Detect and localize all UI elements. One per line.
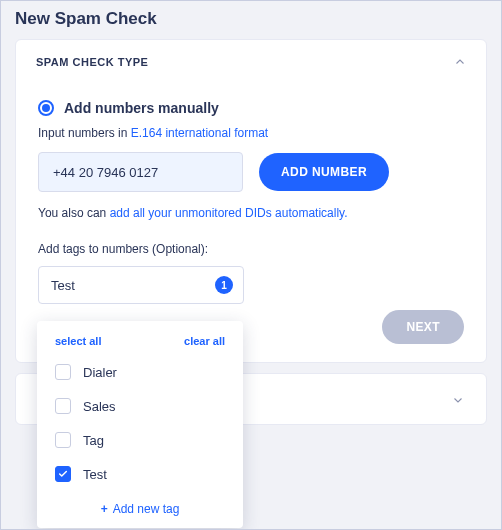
tag-option[interactable]: Dialer bbox=[37, 355, 243, 389]
card-header-title: SPAM CHECK TYPE bbox=[36, 56, 148, 68]
checkbox-icon bbox=[55, 432, 71, 448]
hint-text: Input numbers in bbox=[38, 126, 131, 140]
select-all-link[interactable]: select all bbox=[55, 335, 101, 347]
radio-add-manually[interactable]: Add numbers manually bbox=[38, 100, 464, 116]
tag-option[interactable]: Sales bbox=[37, 389, 243, 423]
page-title: New Spam Check bbox=[1, 1, 501, 39]
tag-option-label: Tag bbox=[83, 433, 104, 448]
tags-label: Add tags to numbers (Optional): bbox=[38, 242, 464, 256]
tags-input[interactable]: Test 1 bbox=[38, 266, 244, 304]
add-new-tag-button[interactable]: + Add new tag bbox=[37, 491, 243, 520]
add-number-button[interactable]: ADD NUMBER bbox=[259, 153, 389, 191]
radio-label: Add numbers manually bbox=[64, 100, 219, 116]
chevron-down-icon bbox=[452, 394, 464, 406]
checkbox-icon bbox=[55, 364, 71, 380]
phone-number-input[interactable] bbox=[38, 152, 243, 192]
tags-count-badge: 1 bbox=[215, 276, 233, 294]
tag-option[interactable]: Test bbox=[37, 457, 243, 491]
auto-add-hint: You also can add all your unmonitored DI… bbox=[38, 206, 464, 220]
spam-check-type-card: SPAM CHECK TYPE Add numbers manually Inp… bbox=[15, 39, 487, 363]
auto-add-link[interactable]: add all your unmonitored DIDs automatica… bbox=[110, 206, 348, 220]
checkbox-icon bbox=[55, 398, 71, 414]
add-new-tag-label: Add new tag bbox=[113, 502, 180, 516]
e164-link[interactable]: E.164 international format bbox=[131, 126, 268, 140]
card-header[interactable]: SPAM CHECK TYPE bbox=[16, 40, 486, 84]
tag-option-label: Sales bbox=[83, 399, 116, 414]
tags-dropdown: select all clear all DialerSalesTagTest … bbox=[37, 321, 243, 528]
clear-all-link[interactable]: clear all bbox=[184, 335, 225, 347]
chevron-up-icon bbox=[454, 56, 466, 68]
tag-option[interactable]: Tag bbox=[37, 423, 243, 457]
tag-option-label: Test bbox=[83, 467, 107, 482]
checkbox-checked-icon bbox=[55, 466, 71, 482]
input-format-hint: Input numbers in E.164 international for… bbox=[38, 126, 464, 140]
tags-input-value: Test bbox=[51, 278, 75, 293]
radio-icon bbox=[38, 100, 54, 116]
tag-option-label: Dialer bbox=[83, 365, 117, 380]
also-text-prefix: You also can bbox=[38, 206, 110, 220]
plus-icon: + bbox=[101, 502, 108, 516]
next-button[interactable]: NEXT bbox=[382, 310, 464, 344]
